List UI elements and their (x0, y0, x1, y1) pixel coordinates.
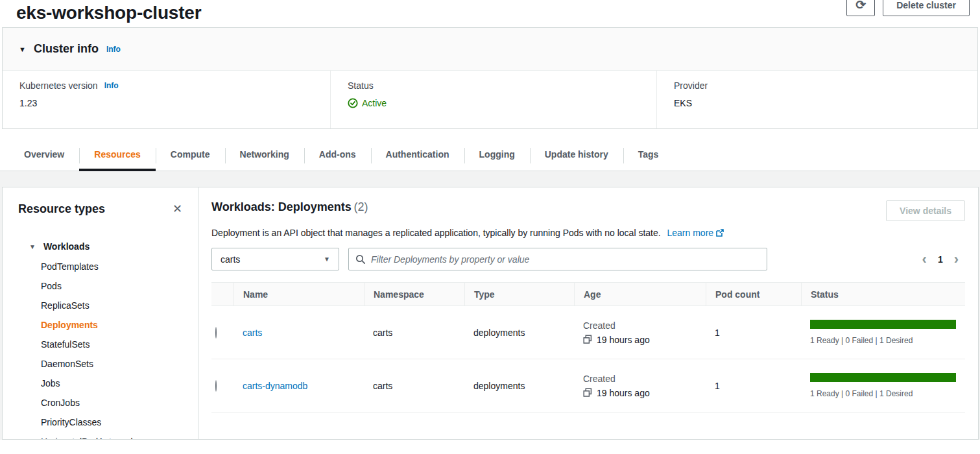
search-input[interactable] (371, 254, 760, 265)
tab-update-history[interactable]: Update history (530, 140, 623, 171)
filter-dropdown[interactable]: carts ▼ (211, 248, 339, 270)
kubernetes-version-label: Kubernetes version Info (19, 80, 313, 91)
deployments-description: Deployment is an API object that manages… (211, 228, 965, 238)
deployments-panel: Workloads: Deployments (2) View details … (198, 187, 979, 440)
deployment-name-link[interactable]: carts-dynamodb (243, 381, 307, 391)
cluster-tabs: Overview Resources Compute Networking Ad… (0, 140, 980, 171)
sidebar-item-daemonsets[interactable]: DaemonSets (41, 354, 182, 374)
refresh-icon: ⟳ (855, 0, 866, 12)
collapse-triangle-icon[interactable]: ▼ (19, 45, 26, 53)
tab-add-ons[interactable]: Add-ons (304, 140, 371, 171)
namespace-cell: carts (364, 328, 464, 338)
copy-icon (583, 335, 592, 344)
check-circle-icon (348, 98, 358, 108)
tab-resources[interactable]: Resources (79, 140, 156, 171)
provider-field: Provider EKS (656, 71, 977, 128)
search-box[interactable] (348, 248, 767, 270)
copy-icon (583, 388, 592, 398)
tab-tags[interactable]: Tags (623, 140, 674, 171)
age-cell: Created 19 hours ago (574, 320, 706, 345)
deployments-count: (2) (354, 200, 368, 213)
provider-label: Provider (674, 80, 961, 91)
sidebar-item-statefulsets[interactable]: StatefulSets (41, 335, 182, 354)
row-radio-button[interactable] (215, 380, 217, 392)
tab-overview[interactable]: Overview (9, 140, 79, 171)
sidebar-group-workloads[interactable]: ▼ Workloads (18, 237, 182, 256)
header-actions: ⟳ Delete cluster (846, 0, 970, 16)
chevron-down-icon: ▼ (324, 256, 330, 263)
delete-cluster-button[interactable]: Delete cluster (883, 0, 970, 16)
cluster-info-body: Kubernetes version Info 1.23 Status Acti… (3, 71, 977, 128)
status-value: Active (348, 98, 639, 108)
pod-count-cell: 1 (706, 328, 801, 338)
age-cell: Created 19 hours ago (574, 374, 706, 398)
pagination: ‹ 1 › (922, 253, 965, 266)
pod-count-cell: 1 (706, 381, 801, 391)
external-link-icon (715, 228, 724, 237)
table-header-row: Name Namespace Type Age Pod count Status (211, 282, 965, 306)
sidebar-item-horizontalpodautoscalers[interactable]: HorizontalPodAutoscalers (41, 432, 182, 440)
column-header-status: Status (801, 283, 965, 305)
resource-tree: ▼ Workloads PodTemplates Pods ReplicaSet… (18, 237, 182, 440)
status-text: 1 Ready | 0 Failed | 1 Desired (810, 336, 956, 345)
tab-authentication[interactable]: Authentication (371, 140, 464, 171)
deployments-heading: Workloads: Deployments (2) (211, 200, 368, 214)
page-title: eks-workshop-cluster (16, 0, 964, 26)
view-details-button[interactable]: View details (886, 200, 965, 221)
column-header-type: Type (464, 283, 574, 305)
deployment-name-link[interactable]: carts (243, 328, 262, 338)
table-row: carts carts deployments Created 19 hours… (211, 306, 965, 359)
filter-row: carts ▼ ‹ 1 › (211, 248, 965, 270)
filter-dropdown-value: carts (221, 254, 240, 265)
column-header-age: Age (574, 283, 706, 305)
status-bar (810, 373, 956, 382)
sidebar-item-priorityclasses[interactable]: PriorityClasses (41, 412, 182, 432)
kubernetes-version-field: Kubernetes version Info 1.23 (3, 71, 330, 128)
tab-networking[interactable]: Networking (225, 140, 304, 171)
status-label: Status (348, 80, 639, 91)
select-column-header (211, 283, 233, 305)
cluster-info-title: Cluster info (34, 42, 99, 56)
row-radio-button[interactable] (215, 327, 217, 339)
sidebar-title: Resource types (18, 202, 105, 216)
type-cell: deployments (464, 328, 574, 338)
type-cell: deployments (464, 381, 574, 391)
tab-compute[interactable]: Compute (156, 140, 225, 171)
sidebar-item-jobs[interactable]: Jobs (41, 374, 182, 393)
cluster-info-header[interactable]: ▼ Cluster info Info (3, 28, 977, 71)
sidebar-item-deployments[interactable]: Deployments (41, 315, 182, 335)
provider-value: EKS (674, 98, 961, 108)
status-cell: 1 Ready | 0 Failed | 1 Desired (801, 373, 965, 398)
eks-cluster-page: eks-workshop-cluster ⟳ Delete cluster ▼ … (0, 0, 980, 454)
status-cell: 1 Ready | 0 Failed | 1 Desired (801, 320, 965, 345)
learn-more-link[interactable]: Learn more (667, 228, 725, 238)
page-header: eks-workshop-cluster ⟳ Delete cluster (0, 0, 980, 27)
deployments-table: Name Namespace Type Age Pod count Status… (211, 282, 965, 412)
sidebar-item-cronjobs[interactable]: CronJobs (41, 393, 182, 412)
sidebar-item-pods[interactable]: Pods (41, 276, 182, 296)
tab-logging[interactable]: Logging (464, 140, 530, 171)
refresh-button[interactable]: ⟳ (846, 0, 875, 16)
content-area: Resource types ✕ ▼ Workloads PodTemplate… (0, 171, 980, 440)
close-icon[interactable]: ✕ (173, 202, 182, 216)
collapse-triangle-icon[interactable]: ▼ (29, 243, 36, 250)
status-text: 1 Ready | 0 Failed | 1 Desired (810, 389, 956, 398)
table-row: carts-dynamodb carts deployments Created… (211, 359, 965, 412)
cluster-info-info-link[interactable]: Info (106, 45, 121, 54)
sidebar-item-podtemplates[interactable]: PodTemplates (41, 257, 182, 276)
column-header-name: Name (233, 283, 364, 305)
column-header-namespace: Namespace (364, 283, 464, 305)
cluster-info-panel: ▼ Cluster info Info Kubernetes version I… (2, 27, 978, 129)
status-field: Status Active (330, 71, 656, 128)
namespace-cell: carts (364, 381, 464, 391)
resource-types-sidebar: Resource types ✕ ▼ Workloads PodTemplate… (2, 187, 198, 440)
status-bar (810, 320, 956, 329)
search-icon (355, 254, 366, 265)
chevron-right-icon[interactable]: › (954, 253, 959, 266)
kubernetes-version-value: 1.23 (19, 98, 313, 108)
chevron-left-icon[interactable]: ‹ (922, 253, 927, 266)
sidebar-item-replicasets[interactable]: ReplicaSets (41, 296, 182, 315)
kubernetes-version-info-link[interactable]: Info (104, 81, 119, 90)
page-number[interactable]: 1 (938, 254, 943, 265)
column-header-pod-count: Pod count (706, 283, 801, 305)
